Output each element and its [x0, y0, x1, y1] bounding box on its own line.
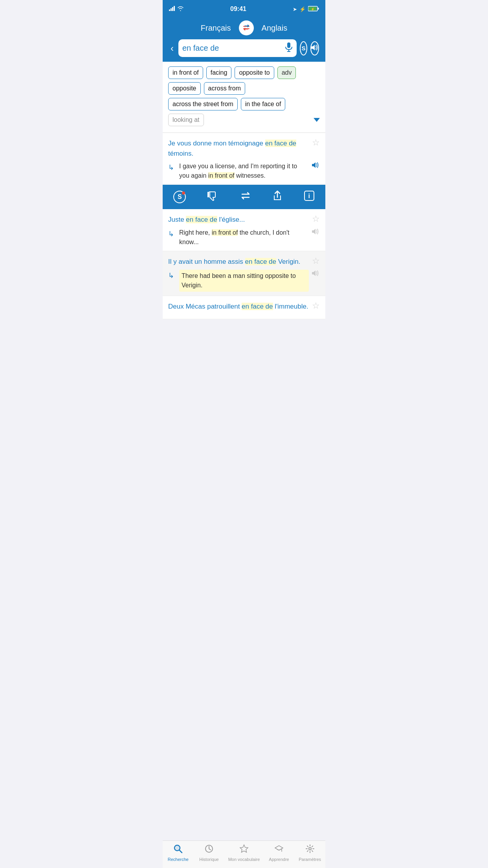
action-bar: S i [163, 185, 325, 209]
example-1-star-button[interactable]: ☆ [309, 215, 320, 223]
example-3-fr: Deux Mécas patrouillent en face de l'imm… [168, 302, 320, 312]
swap-button[interactable] [236, 189, 255, 205]
share-button[interactable] [269, 189, 286, 205]
ex3-fr-before: Deux Mécas patrouillent [168, 303, 242, 310]
wifi-icon [177, 6, 184, 12]
svg-marker-16 [312, 229, 316, 234]
fr-text-before: Je vous donne mon témoignage [168, 140, 265, 147]
back-button[interactable]: ‹ [169, 43, 175, 54]
reply-icon-2: ↳ [168, 270, 174, 281]
location-icon: ➤ [293, 6, 297, 12]
audio-button[interactable] [310, 41, 319, 55]
s-circle-icon: S [173, 191, 186, 203]
svg-text:i: i [308, 193, 310, 199]
notification-dot [182, 191, 185, 195]
ex1-en-highlight: in front of [212, 229, 238, 236]
example-2-en-text: There had been a man sitting opposite to… [179, 270, 309, 292]
example-1-audio-button[interactable] [309, 228, 320, 237]
expand-chips-button[interactable] [314, 116, 320, 123]
chip-in-the-face-of[interactable]: in the face of [241, 98, 286, 110]
fr-highlight: en face de [265, 140, 296, 147]
search-row: ‹ S [169, 39, 319, 57]
example-1-en-text: Right here, in front of the church, I do… [179, 228, 309, 247]
featured-example-en: ↳ I gave you a license, and I'm reportin… [168, 162, 320, 180]
svg-rect-8 [287, 42, 290, 48]
ex3-fr-highlight: en face de [242, 303, 273, 310]
example-3-fr-text: Deux Mécas patrouillent en face de l'imm… [168, 302, 309, 312]
svg-rect-2 [172, 7, 173, 11]
microphone-icon[interactable] [285, 42, 293, 54]
en-highlight: in front of [208, 172, 235, 179]
action-s-button[interactable]: S [169, 189, 190, 205]
chip-opposite[interactable]: opposite [168, 82, 201, 95]
example-item-3: Deux Mécas patrouillent en face de l'imm… [163, 296, 325, 319]
ex3-fr-after: l'immeuble. [273, 303, 308, 310]
search-input[interactable] [182, 44, 282, 53]
chip-across-the-street-from[interactable]: across the street from [168, 98, 238, 110]
example-2-star-button[interactable]: ☆ [309, 257, 320, 265]
featured-example: Je vous donne mon témoignage en face de … [163, 133, 325, 185]
lang-switcher: Français Anglais [169, 20, 319, 35]
example-2-audio-button[interactable] [309, 270, 320, 279]
swap-languages-button[interactable] [239, 20, 254, 35]
s-icon: S [301, 45, 305, 51]
chip-adv[interactable]: adv [277, 66, 296, 79]
fr-text-after: témoins. [168, 150, 193, 157]
search-input-wrap [178, 39, 297, 57]
signal-indicators [169, 6, 184, 12]
featured-audio-button[interactable] [309, 162, 320, 171]
ex2-fr-after: Verigin. [276, 258, 300, 265]
svg-rect-13 [207, 192, 209, 197]
example-item-2: Il y avait un homme assis en face de Ver… [163, 251, 325, 296]
share-icon [273, 190, 282, 201]
chip-opposite-to[interactable]: opposite to [235, 66, 274, 79]
speaker-icon [311, 44, 318, 52]
example-2-fr: Il y avait un homme assis en face de Ver… [168, 257, 320, 267]
content-area: Je vous donne mon témoignage en face de … [163, 133, 325, 351]
ex1-fr-highlight: en face de [186, 216, 217, 223]
chip-across-from[interactable]: across from [204, 82, 246, 95]
chip-facing[interactable]: facing [206, 66, 232, 79]
ex1-fr-before: Juste [168, 216, 186, 223]
ex2-fr-highlight: en face de [245, 258, 276, 265]
example-1-fr: Juste en face de l'église... ☆ [168, 215, 320, 225]
status-icons: ➤ ⚡ ⚡ [293, 6, 319, 13]
example-3-star-button[interactable]: ☆ [309, 302, 320, 310]
svg-marker-17 [312, 270, 316, 276]
chip-in-front-of[interactable]: in front of [168, 66, 203, 79]
smart-search-button[interactable]: S [300, 41, 307, 55]
from-language: Français [201, 24, 231, 33]
featured-star-button[interactable]: ☆ [309, 138, 320, 147]
info-icon: i [304, 190, 315, 201]
chips-row-1: in front of facing opposite to adv [168, 66, 320, 79]
chevron-down-icon [314, 118, 320, 122]
info-button[interactable]: i [300, 189, 319, 205]
dislike-button[interactable] [204, 189, 222, 205]
example-2-en: ↳ There had been a man sitting opposite … [168, 270, 320, 292]
chip-looking-at[interactable]: looking at [168, 114, 204, 126]
thumbs-down-icon [207, 190, 218, 201]
status-time: 09:41 [230, 6, 246, 13]
svg-rect-1 [171, 8, 172, 11]
svg-text:⚡: ⚡ [311, 7, 315, 11]
chips-row-4: looking at [168, 114, 320, 126]
ex2-fr-before: Il y avait un homme assis [168, 258, 245, 265]
header: Français Anglais ‹ [163, 17, 325, 62]
svg-rect-3 [174, 6, 175, 11]
swap-arrows-icon [240, 190, 251, 201]
s-label: S [178, 193, 182, 200]
battery-icon: ⚡ [308, 6, 319, 13]
svg-marker-11 [311, 45, 315, 50]
swap-icon [242, 23, 251, 33]
featured-en-text: I gave you a license, and I'm reporting … [179, 162, 309, 180]
example-2-fr-text: Il y avait un homme assis en face de Ver… [168, 257, 309, 267]
bluetooth-icon: ⚡ [299, 6, 306, 12]
reply-arrow-icon: ↳ [168, 162, 174, 173]
signal-icon [169, 6, 176, 12]
example-1-fr-text: Juste en face de l'église... [168, 215, 309, 225]
featured-example-fr: Je vous donne mon témoignage en face de … [168, 138, 320, 158]
featured-fr-text: Je vous donne mon témoignage en face de … [168, 138, 309, 158]
to-language: Anglais [262, 24, 288, 33]
svg-rect-6 [318, 7, 319, 9]
example-item-1: Juste en face de l'église... ☆ ↳ Right h… [163, 209, 325, 251]
